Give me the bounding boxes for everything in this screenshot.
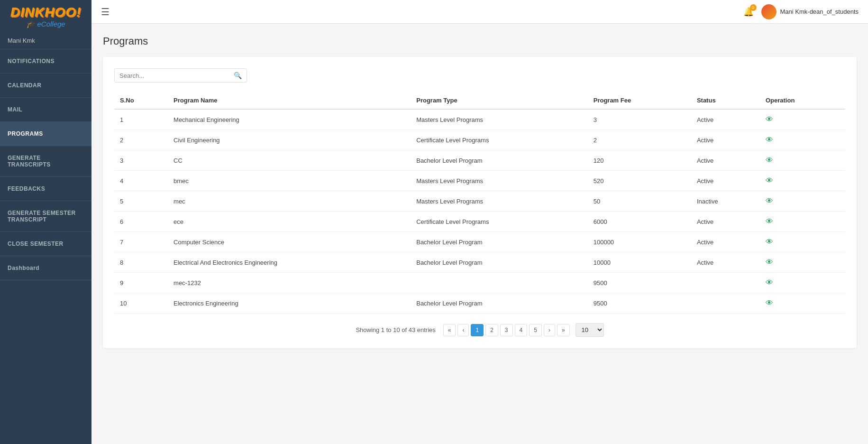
table-body: 1Mechanical EngineeringMasters Level Pro…	[114, 109, 845, 314]
cap-icon: 🎓	[26, 20, 35, 28]
cell-fee: 100000	[588, 232, 691, 252]
pagination-info: Showing 1 to 10 of 43 entries	[356, 326, 435, 333]
cell-type: Masters Level Programs	[411, 109, 588, 130]
cell-operation: 👁	[760, 273, 845, 293]
table-row: 8Electrical And Electronics EngineeringB…	[114, 252, 845, 273]
cell-name: CC	[168, 150, 411, 171]
sidebar: DINKHOO! 🎓 eCollege Mani Kmk NOTIFICATIO…	[0, 0, 91, 444]
cell-fee: 2	[588, 130, 691, 150]
cell-operation: 👁	[760, 130, 845, 150]
cell-sno: 9	[114, 273, 168, 293]
table-row: 10Electronics EngineeringBachelor Level …	[114, 293, 845, 314]
main-area: ☰ 🔔 0 Mani Kmk-dean_of_students Programs…	[91, 0, 868, 444]
sidebar-item-feedbacks[interactable]: FEEDBACKS	[0, 177, 91, 201]
page-title: Programs	[103, 35, 857, 47]
cell-type: Certificate Level Programs	[411, 130, 588, 150]
col-program-type: Program Type	[411, 92, 588, 109]
sidebar-item-calendar[interactable]: CALENDAR	[0, 74, 91, 98]
table-row: 4bmecMasters Level Programs520Active👁	[114, 171, 845, 191]
cell-status: Active	[691, 232, 760, 252]
notification-badge: 0	[750, 4, 757, 11]
cell-fee: 6000	[588, 212, 691, 232]
pag-last[interactable]: »	[557, 324, 570, 336]
cell-fee: 520	[588, 171, 691, 191]
cell-status: Active	[691, 109, 760, 130]
view-icon[interactable]: 👁	[766, 136, 773, 144]
menu-icon[interactable]: ☰	[101, 6, 110, 18]
user-info[interactable]: Mani Kmk-dean_of_students	[761, 4, 859, 19]
view-icon[interactable]: 👁	[766, 278, 773, 287]
pag-first[interactable]: «	[443, 324, 456, 336]
cell-sno: 8	[114, 252, 168, 273]
programs-card: 🔍 S.NoProgram NameProgram TypeProgram Fe…	[103, 57, 857, 348]
pag-page-2[interactable]: 2	[485, 324, 498, 336]
cell-operation: 👁	[760, 212, 845, 232]
header-row: S.NoProgram NameProgram TypeProgram FeeS…	[114, 92, 845, 109]
table-row: 9mec-12329500👁	[114, 273, 845, 293]
cell-type: Bachelor Level Program	[411, 150, 588, 171]
cell-name: mec	[168, 191, 411, 212]
cell-fee: 9500	[588, 273, 691, 293]
col-program-fee: Program Fee	[588, 92, 691, 109]
cell-sno: 3	[114, 150, 168, 171]
user-name-label: Mani Kmk-dean_of_students	[780, 8, 859, 15]
sidebar-item-generate-semester-transcript[interactable]: GENERATE SEMESTER TRANSCRIPT	[0, 201, 91, 232]
view-icon[interactable]: 👁	[766, 176, 773, 185]
cell-type: Masters Level Programs	[411, 171, 588, 191]
cell-type: Masters Level Programs	[411, 191, 588, 212]
view-icon[interactable]: 👁	[766, 238, 773, 246]
programs-table: S.NoProgram NameProgram TypeProgram FeeS…	[114, 92, 845, 314]
view-icon[interactable]: 👁	[766, 115, 773, 123]
per-page-select[interactable]: 102550100	[576, 323, 604, 337]
sidebar-nav: NOTIFICATIONSCALENDARMAILPROGRAMSGENERAT…	[0, 49, 91, 444]
sidebar-item-programs[interactable]: PROGRAMS	[0, 122, 91, 146]
cell-status	[691, 293, 760, 314]
table-row: 2Civil EngineeringCertificate Level Prog…	[114, 130, 845, 150]
search-input[interactable]	[119, 72, 234, 79]
cell-name: Electrical And Electronics Engineering	[168, 252, 411, 273]
pag-page-4[interactable]: 4	[515, 324, 528, 336]
pag-page-3[interactable]: 3	[500, 324, 513, 336]
cell-status: Inactive	[691, 191, 760, 212]
avatar	[761, 4, 777, 19]
cell-name: Computer Science	[168, 232, 411, 252]
cell-operation: 👁	[760, 191, 845, 212]
view-icon[interactable]: 👁	[766, 217, 773, 225]
cell-operation: 👁	[760, 109, 845, 130]
cell-name: ece	[168, 212, 411, 232]
search-bar: 🔍	[114, 68, 247, 83]
cell-sno: 2	[114, 130, 168, 150]
cell-name: Civil Engineering	[168, 130, 411, 150]
cell-fee: 9500	[588, 293, 691, 314]
sidebar-item-dashboard[interactable]: Dashboard	[0, 256, 91, 280]
pagination: Showing 1 to 10 of 43 entries « ‹ 12345›…	[114, 323, 845, 337]
cell-type: Bachelor Level Program	[411, 293, 588, 314]
content-area: Programs 🔍 S.NoProgram NameProgram TypeP…	[91, 24, 868, 444]
view-icon[interactable]: 👁	[766, 299, 773, 307]
view-icon[interactable]: 👁	[766, 156, 773, 164]
cell-fee: 10000	[588, 252, 691, 273]
cell-operation: 👁	[760, 252, 845, 273]
sidebar-item-mail[interactable]: MAIL	[0, 98, 91, 122]
sidebar-item-generate-transcripts[interactable]: GENERATE TRANSCRIPTS	[0, 146, 91, 177]
cell-operation: 👁	[760, 293, 845, 314]
cell-sno: 5	[114, 191, 168, 212]
logo-dinkhoo: DINKHOO!	[6, 5, 86, 20]
search-icon: 🔍	[234, 72, 242, 79]
pag-page-1[interactable]: 1	[471, 324, 484, 336]
cell-sno: 1	[114, 109, 168, 130]
pag-page-5[interactable]: 5	[529, 324, 542, 336]
sidebar-username: Mani Kmk	[0, 32, 91, 49]
cell-status: Active	[691, 212, 760, 232]
pag-prev[interactable]: ‹	[457, 324, 469, 336]
cell-name: mec-1232	[168, 273, 411, 293]
notification-bell[interactable]: 🔔 0	[743, 7, 754, 17]
view-icon[interactable]: 👁	[766, 258, 773, 266]
cell-operation: 👁	[760, 171, 845, 191]
topbar-right: 🔔 0 Mani Kmk-dean_of_students	[743, 4, 859, 19]
sidebar-item-close-semester[interactable]: CLOSE SEMESTER	[0, 232, 91, 256]
pag-next[interactable]: ›	[544, 324, 555, 336]
sidebar-item-notifications[interactable]: NOTIFICATIONS	[0, 49, 91, 74]
cell-type: Certificate Level Programs	[411, 212, 588, 232]
view-icon[interactable]: 👁	[766, 197, 773, 205]
